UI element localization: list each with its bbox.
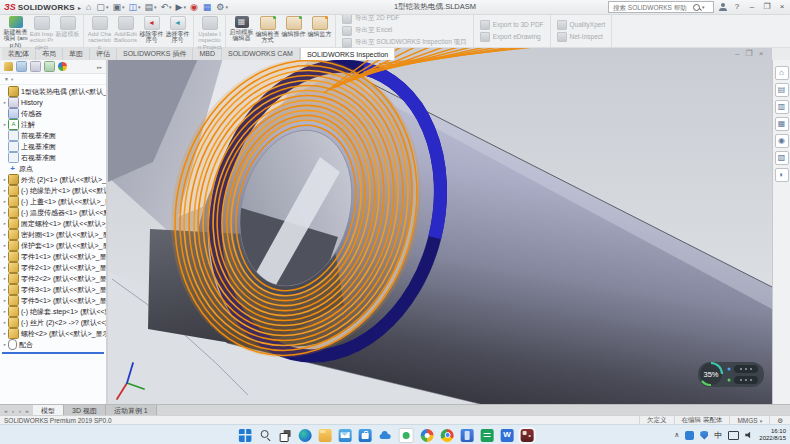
display-manager-tab-icon[interactable] — [58, 62, 67, 71]
ribbon-menu-item[interactable]: 导出至 Excel — [342, 26, 467, 36]
ribbon-button[interactable]: 编辑监方 — [307, 15, 332, 47]
taskbar-app-icon[interactable] — [521, 429, 534, 442]
tree-item[interactable]: 原点 — [0, 163, 106, 174]
tree-item[interactable]: ▸ (-) 绝缘垫片<1> (默认<<默认>_显 — [0, 185, 106, 196]
feature-tree-tab-icon[interactable] — [4, 62, 13, 71]
tree-item[interactable]: ▸ 零件2<2> (默认<<默认>_显示状 — [0, 273, 106, 284]
quick-toolbar-icon[interactable]: ◉ — [190, 3, 199, 12]
ribbon-menu-item[interactable]: QualityXpert — [557, 20, 606, 30]
taskbar-app-icon[interactable]: W — [501, 429, 514, 442]
command-tab[interactable]: SOLIDWORKS 插件 — [117, 47, 193, 60]
taskbar-app-icon[interactable] — [399, 428, 414, 443]
volume-icon[interactable] — [745, 431, 753, 439]
tree-item[interactable]: ▸ (-) 丝片 (2)<2> ->? (默认<<默认> — [0, 317, 106, 328]
filter-funnel-icon[interactable]: ▼ — [4, 76, 9, 82]
taskbar-app-icon[interactable] — [379, 429, 392, 442]
tree-item[interactable]: 传感器 — [0, 108, 106, 119]
tab-scroll-icon[interactable]: › — [17, 408, 23, 414]
graphics-viewport[interactable]: 35% — [108, 47, 772, 404]
ribbon-button[interactable]: 编辑操作 — [281, 15, 306, 47]
tree-item[interactable]: ▸ 零件1<1> (默认<<默认>_显示状态 — [0, 251, 106, 262]
taskbar-app-icon[interactable] — [461, 429, 474, 442]
tray-chevron-icon[interactable]: ∧ — [674, 431, 679, 439]
security-shield-icon[interactable] — [700, 431, 708, 440]
tree-item[interactable]: 1型铠装热电偶 (默认<默认_显示状态-1 — [0, 86, 106, 97]
tree-filter-row[interactable]: ▼ ▾ — [0, 74, 106, 85]
rollback-bar[interactable] — [2, 352, 104, 354]
doc-restore-button[interactable]: ❐ — [745, 49, 752, 58]
filter-dropdown-icon[interactable]: ▾ — [11, 77, 13, 82]
login-icon[interactable] — [719, 3, 727, 11]
taskbar-app-icon[interactable] — [359, 429, 372, 442]
search-dropdown-icon[interactable]: ▾ — [702, 4, 705, 10]
quick-toolbar-icon[interactable]: ▶▾ — [176, 3, 186, 12]
ime-indicator[interactable]: 中 — [714, 430, 722, 441]
property-manager-tab-icon[interactable] — [16, 61, 27, 72]
ribbon-button[interactable]: 新建模板 — [55, 15, 80, 47]
taskbar-app-icon[interactable] — [319, 429, 332, 442]
quick-toolbar-icon[interactable]: ▤▾ — [144, 3, 156, 12]
quick-toolbar-icon[interactable]: ▢▾ — [96, 3, 108, 12]
tree-item[interactable]: ▸ 注解 — [0, 119, 106, 130]
tab-scroll-icon[interactable]: » — [24, 408, 30, 414]
zoom-badge[interactable]: 35% — [698, 362, 764, 387]
task-pane-icon[interactable]: ⌂ — [775, 66, 789, 80]
doc-minimize-button[interactable]: – — [735, 49, 739, 58]
task-pane-icon[interactable]: ◗ — [775, 168, 789, 182]
menu-flyout-icon[interactable]: ▸ — [78, 4, 81, 11]
ribbon-menu-item[interactable]: 导出至 SOLIDWORKS Inspection 项目 — [342, 38, 467, 48]
quick-toolbar-icon[interactable]: ◫▾ — [128, 3, 140, 12]
help-button[interactable]: ? — [732, 2, 742, 12]
quick-toolbar-icon[interactable]: ⌂ — [86, 3, 92, 12]
task-pane-icon[interactable]: ▤ — [775, 83, 789, 97]
task-pane-icon[interactable]: ▧ — [775, 151, 789, 165]
minimize-button[interactable]: – — [747, 2, 757, 12]
tree-item[interactable]: ▸ 零件3<1> (默认<<默认>_显示状 — [0, 284, 106, 295]
quick-toolbar-icon[interactable]: ▣▾ — [112, 3, 124, 12]
tree-item[interactable]: ▸ (-) 上盖<1> (默认<<默认>_显示状 — [0, 196, 106, 207]
taskbar-app-icon[interactable] — [259, 429, 272, 442]
tree-item[interactable]: ▸ (-) 温度传感器<1> (默认<<默认>_ — [0, 207, 106, 218]
taskbar-app-icon[interactable] — [441, 429, 454, 442]
tree-item[interactable]: 右视基准面 — [0, 152, 106, 163]
quick-toolbar-icon[interactable]: ▦ — [203, 3, 213, 12]
command-tab[interactable]: SOLIDWORKS Inspection — [300, 47, 395, 60]
taskbar-app-icon[interactable] — [421, 429, 434, 442]
tree-item[interactable]: ▸ 零件5<1> (默认<<默认>_显示状 — [0, 295, 106, 306]
network-monitor-icon[interactable] — [728, 431, 739, 440]
ribbon-button[interactable]: Update Inspection Project — [197, 15, 222, 47]
clock[interactable]: 16:10 2022/8/15 — [759, 428, 786, 442]
taskbar-app-icon[interactable] — [279, 429, 292, 442]
taskbar-app-icon[interactable] — [481, 429, 494, 442]
task-pane-icon[interactable]: ▥ — [775, 100, 789, 114]
command-tab[interactable]: SOLIDWORKS CAM — [222, 47, 300, 60]
help-search-box[interactable]: ▾ — [608, 1, 714, 13]
quick-toolbar-icon[interactable]: ⚙▾ — [216, 3, 228, 12]
tree-item[interactable]: ▸ 配合 — [0, 339, 106, 350]
tree-item[interactable]: ▸ 密封圈<1> (默认<<默认>_显示状态 — [0, 229, 106, 240]
tree-item[interactable]: ▸ 固定螺栓<1> (默认<<默认>_显示状 — [0, 218, 106, 229]
taskbar-app-icon[interactable] — [339, 429, 352, 442]
task-pane-icon[interactable]: ◉ — [775, 134, 789, 148]
ribbon-button[interactable]: 启动模板编辑器 — [229, 15, 254, 47]
ribbon-button[interactable]: 编辑检查方式 — [255, 15, 280, 47]
tree-item[interactable]: 上视基准面 — [0, 141, 106, 152]
ribbon-menu-item[interactable]: Export to 3D PDF — [480, 20, 544, 30]
ribbon-button[interactable]: 选择零件序号 — [165, 15, 190, 47]
ribbon-button[interactable]: Add Characteristic — [87, 15, 112, 47]
dimxpert-tab-icon[interactable] — [44, 61, 55, 72]
ribbon-button[interactable]: 新建检查项目 (amp;N) — [3, 15, 28, 47]
tree-item[interactable]: 前视基准面 — [0, 130, 106, 141]
panel-splitter[interactable] — [106, 60, 108, 404]
ribbon-button[interactable]: Edit Inspection Project — [29, 15, 54, 47]
panel-tabs-overflow-icon[interactable]: ▸▸ — [97, 64, 102, 70]
search-icon[interactable] — [693, 4, 700, 11]
ribbon-menu-item[interactable]: Export eDrawing — [480, 32, 544, 42]
tray-app-icon[interactable] — [685, 431, 694, 440]
doc-close-button[interactable]: × — [759, 49, 764, 58]
tab-scroll-icon[interactable]: ‹ — [10, 408, 16, 414]
ribbon-button[interactable]: Add/Edit Balloons — [113, 15, 138, 47]
taskbar-app-icon[interactable] — [239, 429, 252, 442]
task-pane-icon[interactable]: ▦ — [775, 117, 789, 131]
tree-item[interactable]: ▸ (-) 绝缘套.step<1> (默认<<默认> — [0, 306, 106, 317]
